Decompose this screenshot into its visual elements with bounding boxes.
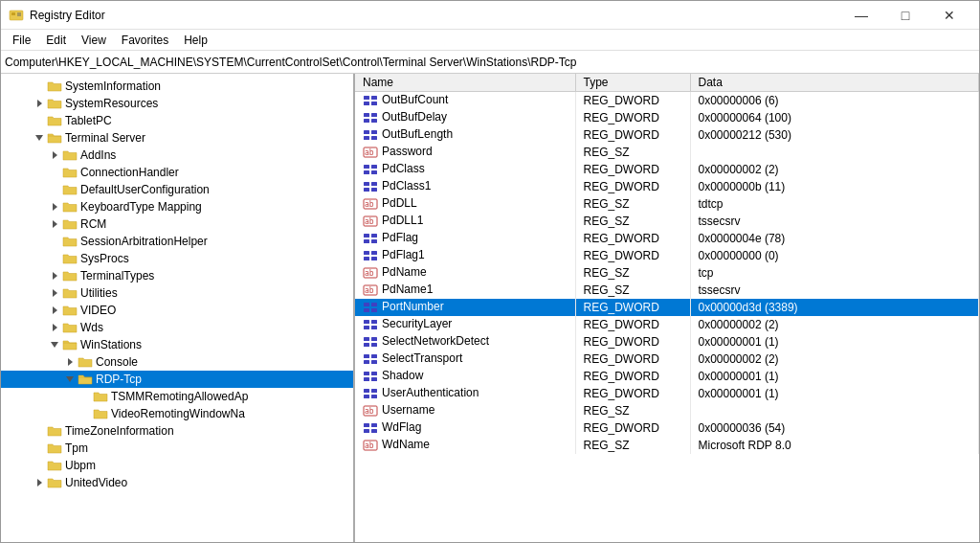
reg-name-cell: PdFlag [355, 230, 575, 247]
tree-item-keyboard-type[interactable]: KeyboardType Mapping [1, 198, 353, 215]
dword-icon [363, 370, 378, 383]
table-row[interactable]: ab WdNameREG_SZMicrosoft RDP 8.0 [355, 437, 979, 454]
svg-text:ab: ab [365, 217, 374, 226]
tree-item-united-video[interactable]: UnitedVideo [1, 474, 353, 491]
tree-item-tsmm-remote[interactable]: TSMMRemotingAllowedAp [1, 388, 353, 405]
tree-item-label: TabletPC [65, 114, 112, 127]
reg-name-text: Username [382, 403, 434, 417]
menu-item-file[interactable]: File [5, 32, 38, 49]
tree-item-ubpm[interactable]: Ubpm [1, 457, 353, 474]
tree-item-timezone-info[interactable]: TimeZoneInformation [1, 422, 353, 440]
table-row[interactable]: PdClassREG_DWORD0x00000002 (2) [355, 161, 979, 178]
table-row[interactable]: PdFlagREG_DWORD0x0000004e (78) [355, 230, 979, 247]
table-row[interactable]: OutBufCountREG_DWORD0x00000006 (6) [355, 92, 979, 109]
menu-item-favorites[interactable]: Favorites [114, 32, 176, 49]
svg-rect-74 [371, 377, 377, 381]
reg-name-text: UserAuthentication [382, 386, 479, 399]
registry-pane[interactable]: Name Type Data OutBufCountREG_DWORD0x000… [355, 74, 979, 542]
folder-icon [93, 390, 108, 403]
tree-item-label: AddIns [80, 148, 116, 162]
close-button[interactable]: ✕ [927, 1, 971, 30]
svg-rect-36 [371, 182, 377, 186]
tree-item-video[interactable]: VIDEO [1, 302, 353, 319]
tree-arrow-icon [47, 271, 62, 281]
svg-rect-22 [371, 113, 377, 117]
table-row[interactable]: PdFlag1REG_DWORD0x00000000 (0) [355, 247, 979, 264]
tree-item-console[interactable]: Console [1, 353, 353, 371]
table-row[interactable]: OutBufDelayREG_DWORD0x00000064 (100) [355, 109, 979, 126]
tree-item-terminal-types[interactable]: TerminalTypes [1, 267, 353, 284]
tree-item-utilities[interactable]: Utilities [1, 284, 353, 302]
dword-icon [363, 180, 378, 193]
svg-rect-72 [371, 372, 377, 375]
folder-icon [93, 407, 108, 420]
dword-icon [363, 352, 378, 366]
reg-data-cell: tdtcp [690, 195, 979, 213]
tree-item-system-info[interactable]: SystemInformation [1, 78, 353, 95]
tree-item-wds[interactable]: Wds [1, 319, 353, 336]
reg-data-cell: 0x00000002 (2) [690, 351, 979, 368]
table-row[interactable]: UserAuthenticationREG_DWORD0x00000001 (1… [355, 385, 979, 402]
tree-arrow-icon [47, 202, 62, 212]
tree-item-label: Ubpm [65, 459, 96, 472]
tree-item-tpm[interactable]: Tpm [1, 440, 353, 457]
table-row[interactable]: ShadowREG_DWORD0x00000001 (1) [355, 368, 979, 385]
tree-item-rdp-tcp[interactable]: RDP-Tcp [1, 371, 353, 388]
tree-item-tabletpc[interactable]: TabletPC [1, 112, 353, 129]
table-row[interactable]: ab UsernameREG_SZ [355, 402, 979, 419]
svg-marker-7 [53, 203, 57, 211]
table-row[interactable]: PdClass1REG_DWORD0x0000000b (11) [355, 178, 979, 195]
reg-name-text: OutBufCount [382, 93, 448, 106]
table-row[interactable]: ab PasswordREG_SZ [355, 144, 979, 161]
svg-rect-18 [371, 96, 377, 100]
col-name: Name [355, 74, 575, 92]
table-row[interactable]: OutBufLengthREG_DWORD0x00000212 (530) [355, 126, 979, 144]
title-bar: Registry Editor — □ ✕ [1, 1, 979, 30]
table-row[interactable]: ab PdNameREG_SZtcp [355, 264, 979, 282]
table-row[interactable]: WdFlagREG_DWORD0x00000036 (54) [355, 419, 979, 437]
reg-name-cell: ab Password [355, 144, 575, 161]
svg-rect-56 [371, 303, 377, 306]
svg-text:ab: ab [365, 200, 374, 209]
tree-arrow-icon [47, 219, 62, 229]
tree-item-default-user[interactable]: DefaultUserConfiguration [1, 181, 353, 198]
tree-item-rcm[interactable]: RCM [1, 215, 353, 233]
tree-item-label: Terminal Server [65, 131, 145, 145]
tree-item-addins[interactable]: AddIns [1, 147, 353, 164]
table-row[interactable]: SelectTransportREG_DWORD0x00000002 (2) [355, 351, 979, 368]
menu-item-help[interactable]: Help [176, 32, 215, 49]
svg-rect-1 [11, 12, 15, 15]
tree-item-label: Utilities [80, 286, 118, 300]
svg-text:ab: ab [365, 407, 374, 416]
tree-item-video-remote[interactable]: VideoRemotingWindowNa [1, 405, 353, 422]
menu-item-view[interactable]: View [74, 32, 114, 49]
tree-item-system-res[interactable]: SystemResources [1, 95, 353, 112]
tree-item-sysprocs[interactable]: SysProcs [1, 250, 353, 267]
table-row[interactable]: PortNumberREG_DWORD0x00000d3d (3389) [355, 299, 979, 316]
tree-item-session-arb[interactable]: SessionArbitrationHelper [1, 233, 353, 250]
table-row[interactable]: SecurityLayerREG_DWORD0x00000002 (2) [355, 316, 979, 333]
folder-icon [47, 476, 62, 489]
tree-item-winstations[interactable]: WinStations [1, 336, 353, 353]
table-row[interactable]: ab PdDLLREG_SZtdtcp [355, 195, 979, 213]
tree-item-label: SystemInformation [65, 79, 161, 93]
reg-name-text: PdClass1 [382, 179, 431, 192]
menu-item-edit[interactable]: Edit [38, 32, 74, 49]
svg-rect-75 [364, 389, 369, 393]
reg-type-cell: REG_DWORD [575, 247, 690, 264]
tree-item-label: TimeZoneInformation [65, 424, 174, 438]
table-row[interactable]: ab PdName1REG_SZtssecsrv [355, 282, 979, 299]
table-row[interactable]: ab PdDLL1REG_SZtssecsrv [355, 213, 979, 230]
tree-item-conn-handler[interactable]: ConnectionHandler [1, 164, 353, 181]
folder-icon [62, 148, 78, 162]
tree-item-terminal-server[interactable]: Terminal Server [1, 129, 353, 147]
maximize-button[interactable]: □ [883, 1, 927, 30]
tree-item-label: SessionArbitrationHelper [80, 235, 208, 248]
tree-item-label: WinStations [80, 338, 142, 351]
reg-name-text: PdName [382, 265, 427, 279]
table-row[interactable]: SelectNetworkDetectREG_DWORD0x00000001 (… [355, 333, 979, 351]
minimize-button[interactable]: — [839, 1, 883, 30]
sz-icon: ab [363, 404, 378, 418]
tree-pane[interactable]: SystemInformationSystemResourcesTabletPC… [1, 74, 355, 542]
tree-arrow-icon [62, 357, 78, 367]
